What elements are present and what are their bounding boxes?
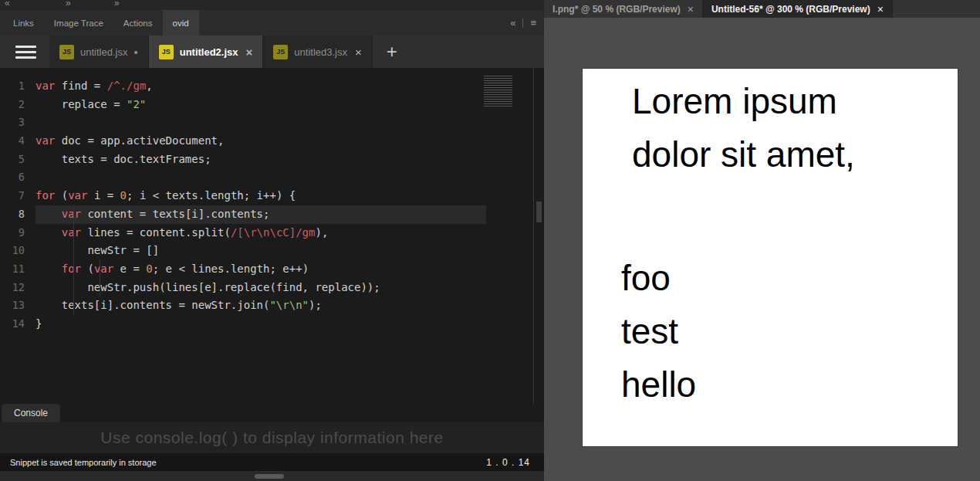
- document-tab-label: Untitled-56* @ 300 % (RGB/Preview): [711, 4, 870, 15]
- file-tab-untitled[interactable]: JS untitled.jsx •: [49, 36, 149, 68]
- indent-guide: [100, 260, 100, 296]
- line-number: 4: [0, 132, 35, 151]
- code-lines: 1var find = /^./gm,2 replace = "2"34var …: [0, 68, 544, 334]
- status-bar: Snippet is saved temporarily in storage …: [0, 453, 544, 471]
- panel-tab-links[interactable]: Links: [3, 10, 44, 36]
- text-line: foo: [621, 252, 696, 305]
- minimap[interactable]: [484, 76, 518, 107]
- app-root: « » » Links Image Trace Actions ovid « ≡…: [0, 0, 980, 481]
- line-number: 10: [0, 242, 35, 260]
- file-tab-untitled3[interactable]: JS untitled3.jsx ×: [263, 36, 372, 68]
- line-number: 9: [0, 224, 35, 242]
- line-number: 13: [0, 296, 35, 315]
- line-number: 5: [0, 151, 35, 169]
- line-number: 7: [0, 187, 35, 205]
- modified-dot-icon: •: [133, 46, 137, 59]
- code-line[interactable]: 4var doc = app.activeDocument,: [0, 132, 544, 151]
- editor-scrollbar[interactable]: [533, 68, 544, 404]
- file-tab-label: untitled3.jsx: [294, 46, 347, 58]
- editor-toolbar: JS untitled.jsx • JS untitled2.jsx × JS …: [0, 36, 544, 68]
- file-tab-label: untitled.jsx: [80, 46, 127, 58]
- text-line: hello: [621, 358, 696, 412]
- artboard[interactable]: Lorem ipsum dolor sit amet, foo test hel…: [583, 69, 958, 446]
- line-number: 11: [0, 260, 35, 279]
- collapse-panel-icon[interactable]: «: [510, 17, 515, 29]
- console-tab[interactable]: Console: [2, 404, 60, 422]
- scrollbar-thumb[interactable]: [536, 202, 542, 222]
- collapse-dock-icon[interactable]: »: [114, 0, 120, 8]
- panel-dock-strip: « » »: [0, 0, 544, 10]
- document-tab-png[interactable]: l.png* @ 50 % (RGB/Preview) ×: [544, 0, 703, 18]
- code-line[interactable]: 14}: [0, 315, 544, 334]
- line-number: 3: [0, 113, 35, 132]
- js-file-icon: JS: [273, 45, 288, 59]
- line-number: 8: [0, 205, 35, 224]
- line-number: 2: [0, 96, 35, 114]
- file-tab-label: untitled2.jsx: [180, 46, 238, 58]
- panel-menu-icon[interactable]: ≡: [530, 17, 536, 29]
- document-area: l.png* @ 50 % (RGB/Preview) × Untitled-5…: [544, 0, 980, 481]
- script-editor-panel: « » » Links Image Trace Actions ovid « ≡…: [0, 0, 544, 481]
- close-icon[interactable]: ×: [246, 46, 253, 59]
- hamburger-menu-icon[interactable]: [0, 36, 49, 68]
- collapse-dock-icon[interactable]: »: [66, 0, 71, 8]
- code-line[interactable]: 8 var content = texts[i].contents;: [0, 205, 544, 224]
- code-line[interactable]: 13 texts[i].contents = newStr.join("\r\n…: [0, 296, 544, 315]
- document-tab-bar: l.png* @ 50 % (RGB/Preview) × Untitled-5…: [544, 0, 980, 18]
- close-icon[interactable]: ×: [355, 46, 362, 59]
- close-icon[interactable]: ×: [688, 3, 694, 15]
- code-line[interactable]: 2 replace = "2": [0, 96, 544, 114]
- panel-tab-bar: Links Image Trace Actions ovid « ≡: [0, 10, 544, 36]
- console-panel: Use console.log( ) to display informatio…: [0, 422, 544, 453]
- document-tab-untitled56[interactable]: Untitled-56* @ 300 % (RGB/Preview) ×: [703, 0, 893, 18]
- text-line: test: [621, 305, 696, 358]
- panel-tab-ovid[interactable]: ovid: [163, 10, 199, 36]
- canvas[interactable]: Lorem ipsum dolor sit amet, foo test hel…: [544, 18, 980, 481]
- console-tab-row: Console: [0, 404, 544, 422]
- code-line[interactable]: 11 for (var e = 0; e < lines.length; e++…: [0, 260, 544, 279]
- js-file-icon: JS: [159, 45, 174, 59]
- code-line[interactable]: 12 newStr.push(lines[e].replace(find, re…: [0, 279, 544, 297]
- close-icon[interactable]: ×: [877, 3, 884, 15]
- console-placeholder: Use console.log( ) to display informatio…: [100, 428, 443, 447]
- text-frame-lorem[interactable]: Lorem ipsum dolor sit amet,: [632, 75, 855, 181]
- line-number: 14: [0, 315, 35, 334]
- code-line[interactable]: 6: [0, 168, 544, 187]
- panel-header-icons: « ≡: [510, 10, 536, 36]
- code-line[interactable]: 1var find = /^./gm,: [0, 77, 544, 96]
- collapse-dock-icon[interactable]: «: [5, 0, 10, 8]
- code-line[interactable]: 9 var lines = content.split(/[\r\n\cC]/g…: [0, 224, 544, 242]
- text-line: dolor sit amet,: [632, 128, 855, 181]
- code-editor[interactable]: 1var find = /^./gm,2 replace = "2"34var …: [0, 68, 544, 404]
- code-line[interactable]: 7for (var i = 0; i < texts.length; i++) …: [0, 187, 544, 205]
- version-number: 1 . 0 . 14: [486, 457, 530, 468]
- code-line[interactable]: 10 newStr = []: [0, 242, 544, 260]
- horizontal-scrollbar[interactable]: [0, 471, 544, 481]
- file-tab-untitled2[interactable]: JS untitled2.jsx ×: [149, 36, 264, 68]
- line-number: 12: [0, 279, 35, 297]
- status-message: Snippet is saved temporarily in storage: [10, 458, 157, 467]
- document-tab-label: l.png* @ 50 % (RGB/Preview): [553, 4, 681, 15]
- text-line: Lorem ipsum: [632, 75, 855, 128]
- line-number: 6: [0, 168, 35, 187]
- divider: [522, 19, 523, 28]
- text-frame-foo[interactable]: foo test hello: [621, 252, 696, 412]
- js-file-icon: JS: [59, 45, 74, 59]
- code-line[interactable]: 3: [0, 113, 544, 132]
- code-line[interactable]: 5 texts = doc.textFrames;: [0, 151, 544, 169]
- indent-guide: [73, 205, 74, 315]
- new-file-button[interactable]: +: [373, 36, 411, 68]
- panel-tab-image-trace[interactable]: Image Trace: [44, 10, 113, 36]
- line-number: 1: [0, 77, 35, 96]
- scrollbar-thumb[interactable]: [255, 474, 284, 479]
- panel-tab-actions[interactable]: Actions: [113, 10, 163, 36]
